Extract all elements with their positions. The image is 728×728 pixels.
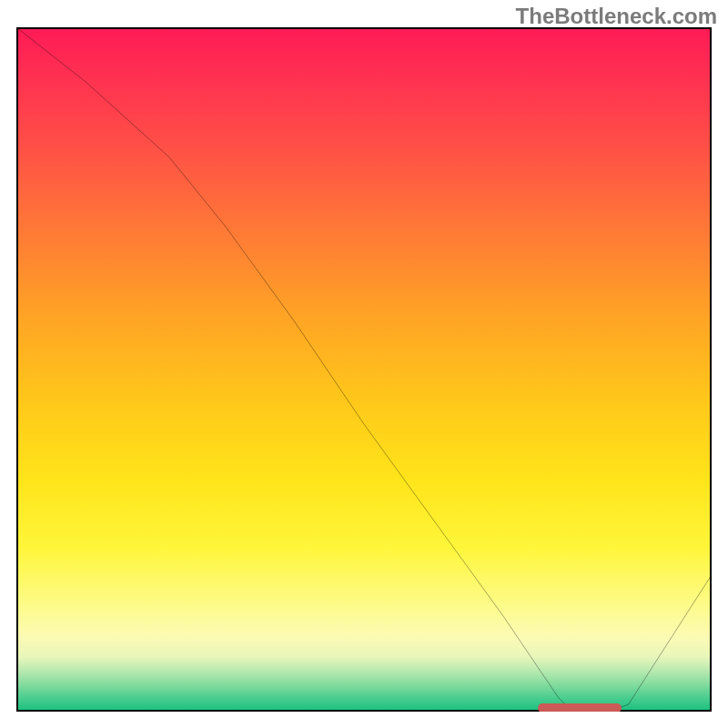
chart-container: TheBottleneck.com (0, 0, 728, 728)
minimum-marker (538, 703, 622, 712)
line-curve (16, 27, 712, 712)
plot-area (16, 27, 712, 712)
plot-frame (16, 27, 712, 712)
watermark-text: TheBottleneck.com (516, 4, 717, 29)
